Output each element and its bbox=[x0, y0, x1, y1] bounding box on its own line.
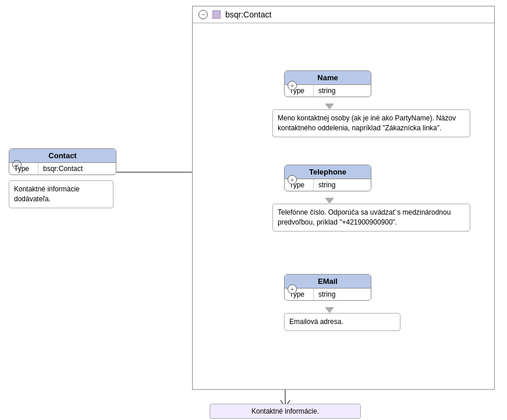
name-arrow-down bbox=[325, 104, 334, 109]
main-title: bsqr:Contact bbox=[225, 10, 271, 19]
main-box: − bsqr:Contact Name Type string + Meno k… bbox=[192, 6, 495, 390]
name-plus-circle[interactable]: + bbox=[288, 81, 297, 90]
telephone-type-value: string bbox=[314, 179, 340, 191]
telephone-desc-box: Telefónne číslo. Odporúča sa uvádzať s m… bbox=[272, 204, 470, 232]
main-header: − bsqr:Contact bbox=[193, 6, 494, 23]
contact-desc-box: Kontaktné informácie dodávateľa. bbox=[9, 180, 114, 208]
diagram-canvas: Contact Type bsqr:Contact − Kontaktné in… bbox=[0, 0, 507, 420]
main-minus-circle[interactable]: − bbox=[198, 10, 208, 19]
contact-type-value: bsqr:Contact bbox=[38, 163, 87, 175]
bottom-desc-box: Kontaktné informácie. bbox=[210, 404, 361, 419]
telephone-node-header: Telephone bbox=[285, 165, 371, 179]
telephone-plus-circle[interactable]: + bbox=[288, 175, 297, 184]
email-node-header: EMail bbox=[285, 275, 371, 289]
email-plus-circle[interactable]: + bbox=[288, 284, 297, 294]
name-type-value: string bbox=[314, 85, 340, 97]
email-type-value: string bbox=[314, 289, 340, 300]
telephone-arrow-down bbox=[325, 198, 334, 204]
purple-square-icon bbox=[212, 10, 221, 19]
contact-minus-circle[interactable]: − bbox=[12, 160, 22, 169]
name-node-header: Name bbox=[285, 71, 371, 85]
contact-node-header: Contact bbox=[9, 149, 116, 163]
email-arrow-down bbox=[325, 307, 334, 313]
name-desc-box: Meno kontaktnej osoby (ak je iné ako Par… bbox=[272, 109, 470, 137]
email-desc-box: Emailová adresa. bbox=[284, 313, 400, 331]
